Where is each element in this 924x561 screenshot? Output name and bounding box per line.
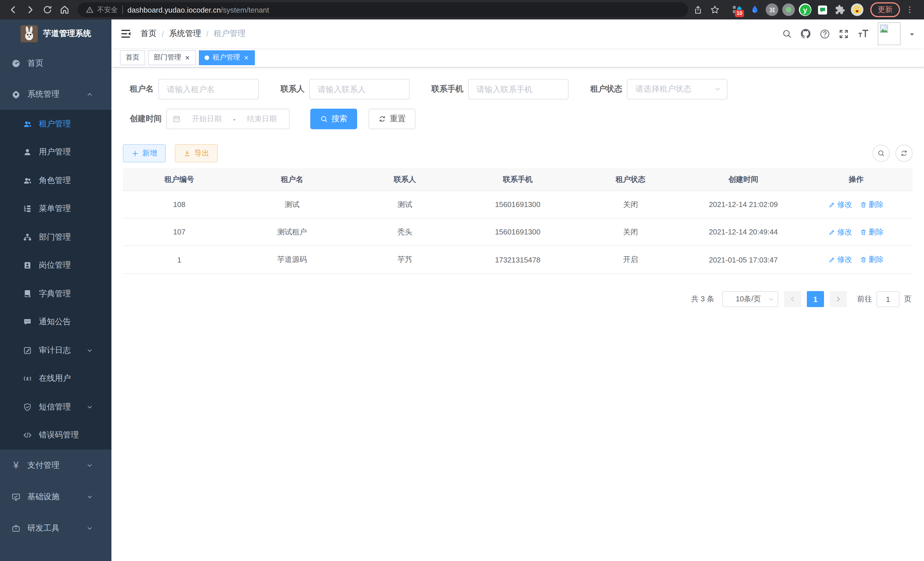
sidebar-item-system[interactable]: 系统管理 xyxy=(0,79,111,110)
sidebar-item-online-users[interactable]: 在线用户 xyxy=(0,365,111,393)
sidebar-item-label: 错误码管理 xyxy=(39,430,100,441)
close-icon[interactable] xyxy=(243,55,249,60)
fullscreen-icon[interactable] xyxy=(838,28,849,39)
sidebar-item-label: 首页 xyxy=(27,58,100,69)
navbar-actions xyxy=(782,22,915,45)
sidebar-item-sms[interactable]: 短信管理 xyxy=(0,393,111,421)
sidebar-item-label: 基础设施 xyxy=(27,492,86,502)
sidebar-item-menu[interactable]: 菜单管理 xyxy=(0,195,111,223)
sidebar-item-post[interactable]: 岗位管理 xyxy=(0,251,111,280)
share-icon[interactable] xyxy=(690,2,705,17)
browser-home-button[interactable] xyxy=(57,2,72,17)
extension-dot-icon[interactable] xyxy=(782,3,795,16)
address-bar[interactable]: 不安全 dashboard.yudao.iocoder.cn/system/te… xyxy=(78,2,688,17)
security-indicator[interactable]: 不安全 xyxy=(86,5,118,15)
sidebar-item-home[interactable]: 首页 xyxy=(0,48,111,79)
extension-emoji-icon[interactable] xyxy=(851,3,863,16)
extension-chat-icon[interactable] xyxy=(815,3,829,17)
sidebar-item-payment[interactable]: ¥ 支付管理 xyxy=(0,450,111,481)
contact-input[interactable] xyxy=(309,79,410,99)
sidebar-item-role[interactable]: 角色管理 xyxy=(0,166,111,195)
cell-status: 关闭 xyxy=(574,199,687,210)
edit-link[interactable]: 修改 xyxy=(829,199,852,210)
edit-link[interactable]: 修改 xyxy=(829,227,852,237)
chevron-down-icon xyxy=(768,296,774,302)
page-size-select[interactable]: 10条/页 xyxy=(722,291,778,307)
code-icon xyxy=(23,431,32,440)
col-status: 租户状态 xyxy=(574,174,687,184)
sidebar-item-tenant[interactable]: 租户管理 xyxy=(0,110,111,138)
refresh-table-button[interactable] xyxy=(896,145,913,162)
browser-menu-icon[interactable] xyxy=(902,2,917,17)
col-mobile: 联系手机 xyxy=(461,174,574,184)
goto-label: 前往 xyxy=(857,294,872,304)
sidebar-item-error-code[interactable]: 错误码管理 xyxy=(0,421,111,450)
sidebar-item-dev-tools[interactable]: 研发工具 xyxy=(0,512,111,544)
breadcrumb-home[interactable]: 首页 xyxy=(141,29,157,39)
search-button-label: 搜索 xyxy=(332,114,347,124)
current-page-button[interactable]: 1 xyxy=(807,291,824,307)
reset-button-label: 重置 xyxy=(390,114,406,124)
delete-link[interactable]: 删除 xyxy=(860,199,884,210)
page-url[interactable]: dashboard.yudao.iocoder.cn/system/tenant xyxy=(128,5,269,14)
sidebar-item-dict[interactable]: 字典管理 xyxy=(0,280,111,308)
sidebar-item-notice[interactable]: 通知公告 xyxy=(0,308,111,336)
delete-link[interactable]: 删除 xyxy=(860,227,884,237)
browser-reload-button[interactable] xyxy=(40,2,55,17)
toggle-search-button[interactable] xyxy=(873,145,890,162)
help-icon[interactable] xyxy=(819,28,830,39)
extension-yudao-icon[interactable]: y xyxy=(799,3,812,16)
add-button[interactable]: 新增 xyxy=(123,144,166,162)
app-logo[interactable]: 芋道管理系统 xyxy=(0,20,111,48)
status-select[interactable]: 请选择租户状态 xyxy=(627,79,728,99)
created-label: 创建时间 xyxy=(130,114,162,124)
extension-drop-icon[interactable] xyxy=(748,3,762,17)
pagination: 共 3 条 10条/页 1 前往 页 xyxy=(123,291,913,307)
browser-forward-button[interactable] xyxy=(23,2,38,17)
caret-down-icon[interactable] xyxy=(909,29,915,39)
tab-home[interactable]: 首页 xyxy=(120,50,145,65)
edit-link[interactable]: 修改 xyxy=(829,254,852,265)
goto-page-input[interactable] xyxy=(877,291,899,307)
sidebar-item-user[interactable]: 用户管理 xyxy=(0,138,111,166)
font-size-icon[interactable] xyxy=(857,28,870,39)
col-tenant-id: 租户编号 xyxy=(123,174,236,184)
extension-puzzle-icon[interactable] xyxy=(833,3,847,17)
close-icon[interactable] xyxy=(184,55,190,60)
extension-command-icon[interactable] xyxy=(766,3,778,16)
export-button[interactable]: 导出 xyxy=(175,144,218,162)
mobile-input[interactable] xyxy=(468,79,568,99)
plus-icon xyxy=(131,150,139,157)
extension-tampermonkey-icon[interactable]: 10 xyxy=(730,3,744,17)
delete-link[interactable]: 删除 xyxy=(860,254,884,265)
hamburger-icon[interactable] xyxy=(120,28,131,39)
menu-tree-icon xyxy=(23,205,32,214)
browser-update-button[interactable]: 更新 xyxy=(870,2,900,17)
sidebar-item-label: 部门管理 xyxy=(39,232,100,242)
browser-back-button[interactable] xyxy=(6,2,21,17)
search-icon[interactable] xyxy=(782,28,792,39)
date-range-picker[interactable]: 开始日期 - 结束日期 xyxy=(166,109,290,129)
cell-created: 2021-01-05 17:03:47 xyxy=(687,255,800,264)
trash-icon xyxy=(860,229,867,235)
next-page-button[interactable] xyxy=(830,291,847,307)
avatar[interactable] xyxy=(878,22,901,45)
search-button[interactable]: 搜索 xyxy=(310,109,357,129)
tenant-name-input[interactable] xyxy=(158,79,259,99)
chevron-up-icon xyxy=(86,91,93,98)
chevron-down-icon xyxy=(86,404,93,411)
tab-label: 首页 xyxy=(126,53,140,62)
sidebar-item-infra[interactable]: 基础设施 xyxy=(0,481,111,512)
prev-page-button[interactable] xyxy=(784,291,801,307)
reset-button[interactable]: 重置 xyxy=(369,109,416,129)
sidebar-item-audit-log[interactable]: 审计日志 xyxy=(0,336,111,365)
tab-tenant[interactable]: 租户管理 xyxy=(199,50,255,65)
sidebar: 芋道管理系统 首页 系统管理 租户管理 用户管理 xyxy=(0,20,111,561)
date-separator: - xyxy=(233,115,236,123)
sidebar-item-dept[interactable]: 部门管理 xyxy=(0,223,111,251)
breadcrumb-system[interactable]: 系统管理 xyxy=(169,29,201,39)
tab-dept[interactable]: 部门管理 xyxy=(148,50,196,65)
github-icon[interactable] xyxy=(800,28,812,39)
shield-icon xyxy=(23,403,32,412)
bookmark-star-icon[interactable] xyxy=(707,2,722,17)
